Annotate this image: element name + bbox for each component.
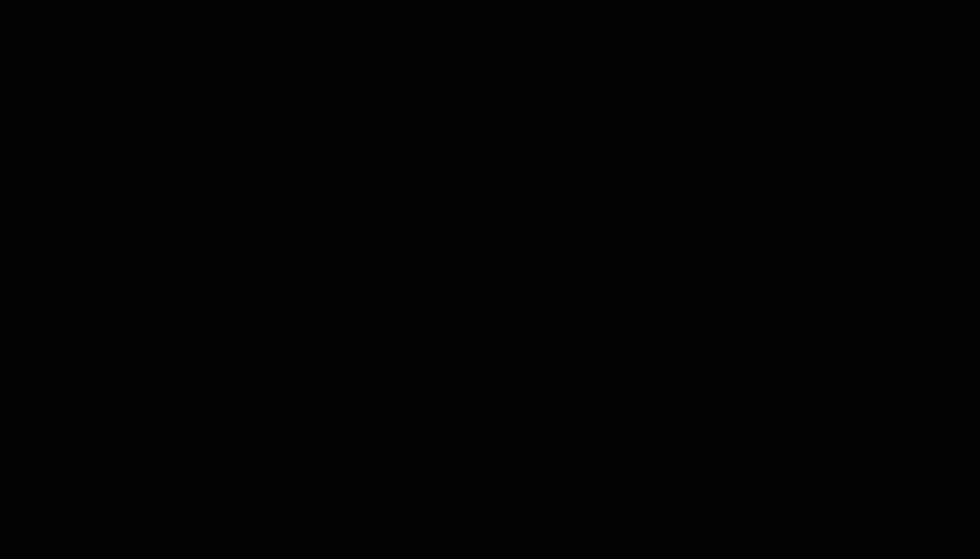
circuit-canvas bbox=[0, 0, 980, 559]
circuit-svg bbox=[0, 0, 980, 559]
